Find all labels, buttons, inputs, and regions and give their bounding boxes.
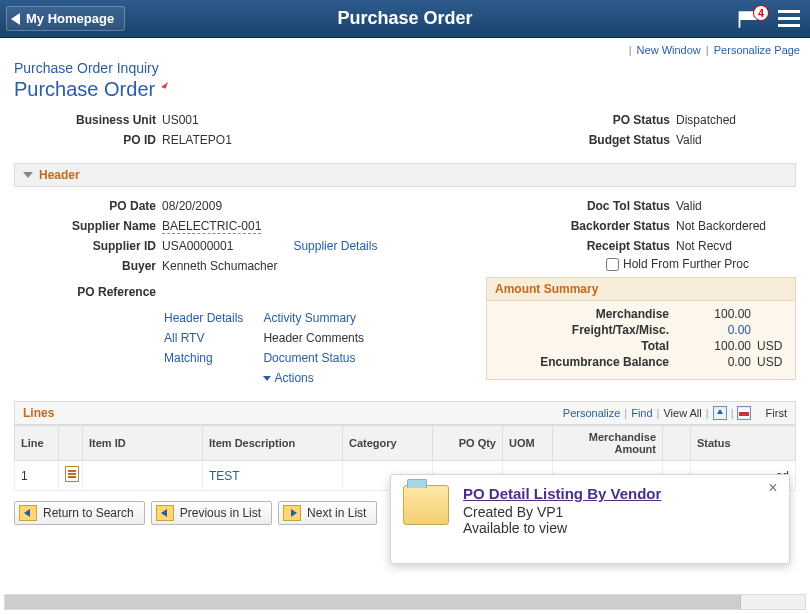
caret-down-icon bbox=[263, 376, 271, 381]
supplier-name-value: BAELECTRIC-001 bbox=[162, 219, 261, 234]
col-item-id[interactable]: Item ID bbox=[83, 426, 203, 461]
toast-title-link[interactable]: PO Detail Listing By Vendor bbox=[463, 485, 661, 502]
budget-status-value: Valid bbox=[676, 133, 702, 147]
supplier-id-label: Supplier ID bbox=[14, 239, 162, 253]
header-section-title: Header bbox=[39, 168, 80, 182]
col-uom[interactable]: UOM bbox=[503, 426, 553, 461]
folder-icon bbox=[403, 485, 449, 525]
po-status-value: Dispatched bbox=[676, 113, 736, 127]
grid-view-all[interactable]: View All bbox=[663, 407, 701, 419]
receipt-status-label: Receipt Status bbox=[486, 239, 676, 253]
freight-label: Freight/Tax/Misc. bbox=[495, 323, 681, 337]
header-section-body: PO Date 08/20/2009 Supplier Name BAELECT… bbox=[14, 195, 796, 389]
back-label: My Homepage bbox=[26, 11, 114, 26]
buyer-value: Kenneth Schumacher bbox=[162, 259, 277, 273]
po-id-value: RELATEPO1 bbox=[162, 133, 232, 147]
po-status-label: PO Status bbox=[486, 113, 676, 127]
next-label: Next in List bbox=[307, 506, 366, 520]
grid-first-link[interactable]: First bbox=[766, 407, 787, 419]
matching-link[interactable]: Matching bbox=[164, 351, 213, 365]
amount-summary-box: Amount Summary Merchandise 100.00 Freigh… bbox=[486, 277, 796, 380]
line-details-icon[interactable] bbox=[65, 466, 79, 482]
previous-in-list-button[interactable]: Previous in List bbox=[151, 501, 272, 525]
total-value: 100.00 bbox=[681, 339, 751, 353]
lines-section-bar: Lines Personalize | Find | View All | | … bbox=[14, 401, 796, 425]
backorder-status-value: Not Backordered bbox=[676, 219, 766, 233]
prev-nav-icon bbox=[156, 505, 174, 521]
header-section-bar[interactable]: Header bbox=[14, 163, 796, 187]
personalize-page-link[interactable]: Personalize Page bbox=[714, 44, 800, 56]
back-button[interactable]: My Homepage bbox=[6, 6, 125, 31]
backorder-status-label: Backorder Status bbox=[486, 219, 676, 233]
breadcrumb: Purchase Order Inquiry bbox=[14, 60, 796, 76]
actions-label: Actions bbox=[274, 371, 313, 385]
po-reference-label: PO Reference bbox=[14, 285, 162, 299]
disclosure-triangle-icon bbox=[23, 172, 33, 178]
toast-line-2: Available to view bbox=[463, 520, 661, 536]
po-id-label: PO ID bbox=[14, 133, 162, 147]
actions-dropdown[interactable]: Actions bbox=[263, 371, 313, 385]
col-po-qty[interactable]: PO Qty bbox=[433, 426, 503, 461]
col-merch-amount[interactable]: Merchandise Amount bbox=[553, 426, 663, 461]
col-blank bbox=[663, 426, 691, 461]
merchandise-value: 100.00 bbox=[681, 307, 751, 321]
notifications-flag-icon[interactable]: 4 bbox=[736, 8, 764, 30]
header-links-block: Header Details Activity Summary All RTV … bbox=[162, 307, 486, 389]
return-to-search-button[interactable]: Return to Search bbox=[14, 501, 145, 525]
previous-label: Previous in List bbox=[180, 506, 261, 520]
chevron-left-icon bbox=[11, 13, 20, 25]
merchandise-label: Merchandise bbox=[495, 307, 681, 321]
po-date-value: 08/20/2009 bbox=[162, 199, 222, 213]
grid-personalize-link[interactable]: Personalize bbox=[563, 407, 620, 419]
all-rtv-link[interactable]: All RTV bbox=[164, 331, 204, 345]
scrollbar-thumb[interactable] bbox=[5, 595, 741, 609]
download-icon[interactable] bbox=[737, 406, 751, 420]
notification-toast: PO Detail Listing By Vendor Created By V… bbox=[390, 474, 790, 564]
buyer-label: Buyer bbox=[14, 259, 162, 273]
col-line[interactable]: Line bbox=[15, 426, 59, 461]
header-comments-text: Header Comments bbox=[263, 331, 364, 345]
supplier-id-value: USA0000001 bbox=[162, 239, 233, 253]
search-nav-icon bbox=[19, 505, 37, 521]
grid-find-link[interactable]: Find bbox=[631, 407, 652, 419]
supplier-details-link[interactable]: Supplier Details bbox=[293, 239, 377, 253]
toast-line-1: Created By VP1 bbox=[463, 504, 661, 520]
total-cur: USD bbox=[751, 339, 787, 353]
menu-icon[interactable] bbox=[778, 6, 800, 31]
zoom-icon[interactable] bbox=[713, 406, 727, 420]
encumbrance-label: Encumbrance Balance bbox=[495, 355, 681, 369]
horizontal-scrollbar[interactable] bbox=[4, 594, 806, 610]
hold-checkbox-label: Hold From Further Proc bbox=[623, 257, 749, 271]
hold-further-processing-checkbox[interactable] bbox=[606, 258, 619, 271]
return-to-search-label: Return to Search bbox=[43, 506, 134, 520]
encumbrance-cur: USD bbox=[751, 355, 787, 369]
po-date-label: PO Date bbox=[14, 199, 162, 213]
activity-summary-link[interactable]: Activity Summary bbox=[263, 311, 356, 325]
toast-close-icon[interactable]: × bbox=[765, 481, 781, 497]
new-window-link[interactable]: New Window bbox=[637, 44, 701, 56]
receipt-status-value: Not Recvd bbox=[676, 239, 732, 253]
cell-item-id bbox=[83, 461, 203, 491]
cell-item-desc[interactable]: TEST bbox=[209, 469, 240, 483]
document-status-link[interactable]: Document Status bbox=[263, 351, 355, 365]
top-fields: Business Unit US001 PO ID RELATEPO1 PO S… bbox=[14, 109, 796, 151]
doc-tol-status-label: Doc Tol Status bbox=[486, 199, 676, 213]
next-nav-icon bbox=[283, 505, 301, 521]
next-in-list-button[interactable]: Next in List bbox=[278, 501, 377, 525]
business-unit-label: Business Unit bbox=[14, 113, 162, 127]
encumbrance-value: 0.00 bbox=[681, 355, 751, 369]
supplier-name-label: Supplier Name bbox=[14, 219, 162, 233]
col-category[interactable]: Category bbox=[343, 426, 433, 461]
header-details-link[interactable]: Header Details bbox=[164, 311, 243, 325]
lines-title: Lines bbox=[23, 406, 54, 420]
cell-line: 1 bbox=[15, 461, 59, 491]
page-utility-links: | New Window | Personalize Page bbox=[0, 38, 810, 60]
banner-right-tools: 4 bbox=[736, 6, 800, 31]
freight-value-link[interactable]: 0.00 bbox=[728, 323, 751, 337]
col-icon bbox=[59, 426, 83, 461]
col-item-desc[interactable]: Item Description bbox=[203, 426, 343, 461]
notification-count-badge: 4 bbox=[753, 5, 769, 21]
col-status[interactable]: Status bbox=[691, 426, 796, 461]
budget-status-label: Budget Status bbox=[486, 133, 676, 147]
total-label: Total bbox=[495, 339, 681, 353]
